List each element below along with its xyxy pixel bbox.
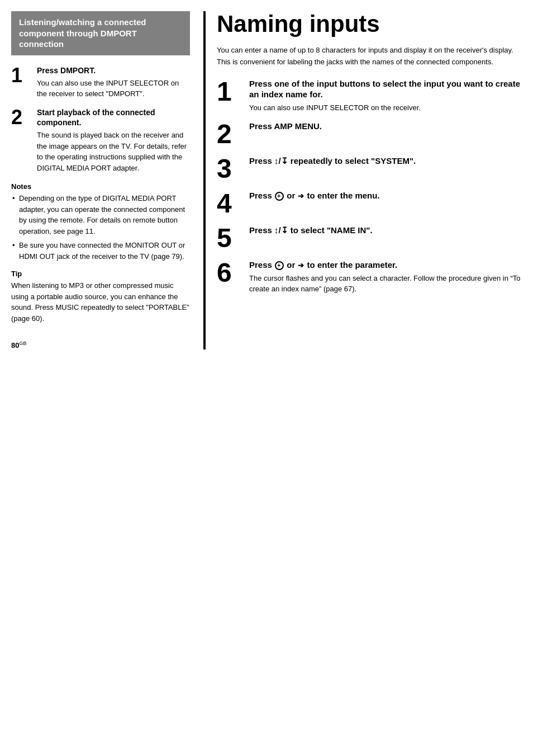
step-2-title: Start playback of the connected componen… bbox=[37, 107, 190, 127]
page-number: 80GB bbox=[11, 341, 26, 349]
right-step-1-title: Press one of the input buttons to select… bbox=[249, 78, 522, 100]
right-step-1: 1 Press one of the input buttons to sele… bbox=[217, 78, 522, 114]
right-step-1-number: 1 bbox=[217, 78, 245, 105]
right-step-3-content: Press ↕/↧ repeatedly to select "SYSTEM". bbox=[249, 155, 522, 167]
section-title: Listening/watching a connected component… bbox=[19, 17, 182, 50]
right-step-6: 6 Press or ➔ to enter the parameter. The… bbox=[217, 259, 522, 295]
note-item-1: Depending on the type of DIGITAL MEDIA P… bbox=[11, 193, 190, 237]
step-1-content: Press DMPORT. You can also use the INPUT… bbox=[37, 65, 190, 100]
step-2-number: 2 bbox=[11, 107, 32, 127]
step-2-body: The sound is played back on the receiver… bbox=[37, 130, 190, 173]
right-step-5-title: Press ↕/↧ to select "NAME IN". bbox=[249, 225, 522, 236]
right-column: Naming inputs You can enter a name of up… bbox=[203, 11, 522, 349]
arrow-right-icon-4: ➔ bbox=[298, 192, 304, 201]
right-step-4-content: Press or ➔ to enter the menu. bbox=[249, 190, 522, 201]
right-step-6-number: 6 bbox=[217, 259, 245, 286]
right-step-5-content: Press ↕/↧ to select "NAME IN". bbox=[249, 225, 522, 236]
right-step-6-title: Press or ➔ to enter the parameter. bbox=[249, 259, 522, 271]
page-footer: 80GB bbox=[11, 341, 190, 349]
intro-text: You can enter a name of up to 8 characte… bbox=[217, 45, 522, 68]
step-1-number: 1 bbox=[11, 65, 32, 86]
notes-title: Notes bbox=[11, 182, 190, 191]
note-item-2: Be sure you have connected the MONITOR O… bbox=[11, 240, 190, 262]
right-step-5: 5 Press ↕/↧ to select "NAME IN". bbox=[217, 225, 522, 252]
section-header-box: Listening/watching a connected component… bbox=[11, 11, 190, 55]
right-step-2-number: 2 bbox=[217, 121, 245, 148]
right-step-4-title: Press or ➔ to enter the menu. bbox=[249, 190, 522, 201]
circle-plus-icon-6 bbox=[275, 261, 284, 270]
right-step-3-title: Press ↕/↧ repeatedly to select "SYSTEM". bbox=[249, 155, 522, 167]
right-step-4: 4 Press or ➔ to enter the menu. bbox=[217, 190, 522, 217]
right-step-1-body: You can also use INPUT SELECTOR on the r… bbox=[249, 102, 522, 114]
main-title: Naming inputs bbox=[217, 11, 522, 37]
notes-section: Notes Depending on the type of DIGITAL M… bbox=[11, 182, 190, 262]
right-step-3-number: 3 bbox=[217, 155, 245, 182]
right-step-6-body: The cursor flashes and you can select a … bbox=[249, 273, 522, 295]
right-step-2-content: Press AMP MENU. bbox=[249, 121, 522, 132]
left-step-2: 2 Start playback of the connected compon… bbox=[11, 107, 190, 173]
step-1-title: Press DMPORT. bbox=[37, 65, 190, 75]
left-step-1: 1 Press DMPORT. You can also use the INP… bbox=[11, 65, 190, 100]
right-step-2-title: Press AMP MENU. bbox=[249, 121, 522, 132]
notes-list: Depending on the type of DIGITAL MEDIA P… bbox=[11, 193, 190, 262]
right-step-3: 3 Press ↕/↧ repeatedly to select "SYSTEM… bbox=[217, 155, 522, 182]
right-step-1-content: Press one of the input buttons to select… bbox=[249, 78, 522, 114]
step-2-content: Start playback of the connected componen… bbox=[37, 107, 190, 173]
left-column: Listening/watching a connected component… bbox=[11, 11, 190, 349]
right-step-2: 2 Press AMP MENU. bbox=[217, 121, 522, 148]
arrow-right-icon-6: ➔ bbox=[298, 261, 304, 271]
step-1-body: You can also use the INPUT SELECTOR on t… bbox=[37, 78, 190, 100]
right-step-6-content: Press or ➔ to enter the parameter. The c… bbox=[249, 259, 522, 295]
tip-body: When listening to MP3 or other compresse… bbox=[11, 280, 190, 324]
right-step-4-number: 4 bbox=[217, 190, 245, 217]
right-step-5-number: 5 bbox=[217, 225, 245, 252]
circle-plus-icon-4 bbox=[275, 192, 284, 201]
tip-section: Tip When listening to MP3 or other compr… bbox=[11, 270, 190, 324]
tip-title: Tip bbox=[11, 270, 190, 278]
